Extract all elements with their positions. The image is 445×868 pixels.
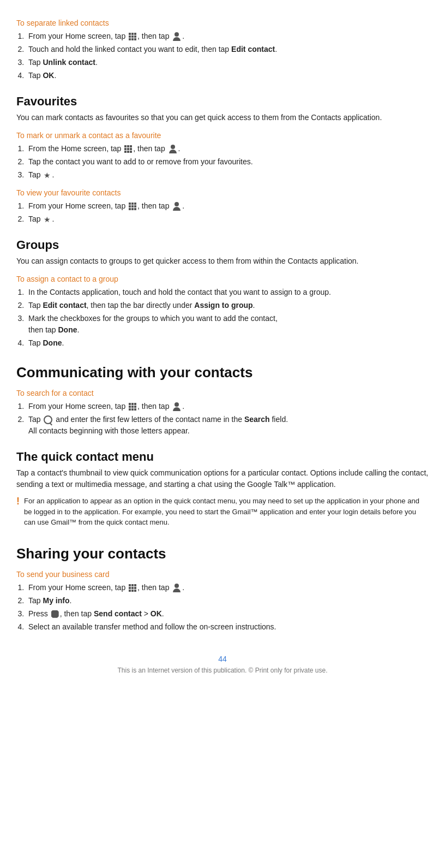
quick-menu-desc: Tap a contact's thumbnail to view quick … xyxy=(16,467,429,490)
footer-note: This is an Internet version of this publ… xyxy=(16,667,429,674)
quick-menu-heading: The quick contact menu xyxy=(16,450,429,464)
list-item: From your Home screen, tap , then tap . xyxy=(26,200,429,212)
person-icon xyxy=(172,202,181,211)
mark-favourite-heading: To mark or unmark a contact as a favouri… xyxy=(16,131,429,140)
grid-icon xyxy=(129,584,136,592)
view-favourite-steps: From your Home screen, tap , then tap . … xyxy=(26,200,429,225)
person-icon xyxy=(172,32,181,41)
list-item: From your Home screen, tap , then tap . xyxy=(26,401,429,412)
list-item: Tap Unlink contact. xyxy=(26,57,429,68)
star-icon: ★ xyxy=(44,216,51,223)
groups-section: Groups You can assign contacts to groups… xyxy=(16,238,429,349)
groups-desc: You can assign contacts to groups to get… xyxy=(16,255,429,267)
separate-linked-steps: From your Home screen, tap , then tap . … xyxy=(26,31,429,81)
list-item: Tap OK. xyxy=(26,70,429,81)
communicating-heading: Communicating with your contacts xyxy=(16,364,429,381)
grid-icon xyxy=(129,33,136,40)
groups-heading: Groups xyxy=(16,238,429,252)
warning-icon: ! xyxy=(16,496,20,507)
grid-icon xyxy=(129,403,136,411)
page-footer: 44 This is an Internet version of this p… xyxy=(16,655,429,674)
grid-icon xyxy=(124,145,132,153)
list-item: Tap ★. xyxy=(26,213,429,225)
list-item: Select an available transfer method and … xyxy=(26,621,429,633)
assign-group-heading: To assign a contact to a group xyxy=(16,275,429,283)
person-icon xyxy=(172,402,181,411)
list-item: Tap the contact you want to add to or re… xyxy=(26,156,429,168)
person-icon xyxy=(172,584,181,592)
grid-icon xyxy=(129,203,136,210)
assign-group-steps: In the Contacts application, touch and h… xyxy=(26,287,429,349)
send-card-heading: To send your business card xyxy=(16,570,429,579)
warning-row: ! For an application to appear as an opt… xyxy=(16,496,429,528)
star-icon: ★ xyxy=(44,171,51,179)
list-item: Tap and enter the first few letters of t… xyxy=(26,414,429,437)
list-item: Tap Edit contact, then tap the bar direc… xyxy=(26,300,429,311)
search-contact-heading: To search for a contact xyxy=(16,389,429,397)
list-item: From your Home screen, tap , then tap . xyxy=(26,582,429,593)
list-item: Tap My info. xyxy=(26,595,429,607)
communicating-section: Communicating with your contacts To sear… xyxy=(16,364,429,528)
page-number: 44 xyxy=(16,655,429,663)
warning-text: For an application to appear as an optio… xyxy=(24,496,429,528)
favourites-section: Favourites You can mark contacts as favo… xyxy=(16,94,429,225)
list-item: Tap Done. xyxy=(26,337,429,349)
list-item: Press , then tap Send contact > OK. xyxy=(26,608,429,620)
send-card-steps: From your Home screen, tap , then tap . … xyxy=(26,582,429,633)
sharing-section: Sharing your contacts To send your busin… xyxy=(16,545,429,633)
favourites-desc: You can mark contacts as favourites so t… xyxy=(16,112,429,123)
favourites-heading: Favourites xyxy=(16,94,429,109)
view-favourite-heading: To view your favourite contacts xyxy=(16,188,429,197)
list-item: In the Contacts application, touch and h… xyxy=(26,287,429,298)
sharing-heading: Sharing your contacts xyxy=(16,545,429,562)
list-item: Tap ★. xyxy=(26,169,429,181)
search-contact-steps: From your Home screen, tap , then tap . … xyxy=(26,401,429,437)
list-item: Touch and hold the linked contact you wa… xyxy=(26,44,429,55)
mark-favourite-steps: From the Home screen, tap , then tap . T… xyxy=(26,143,429,181)
list-item: From your Home screen, tap , then tap . xyxy=(26,31,429,42)
person-icon xyxy=(169,145,177,153)
separate-linked-section: To separate linked contacts From your Ho… xyxy=(16,19,429,81)
list-item: Mark the checkboxes for the groups to wh… xyxy=(26,313,429,336)
separate-linked-heading: To separate linked contacts xyxy=(16,19,429,27)
list-item: From the Home screen, tap , then tap . xyxy=(26,143,429,154)
